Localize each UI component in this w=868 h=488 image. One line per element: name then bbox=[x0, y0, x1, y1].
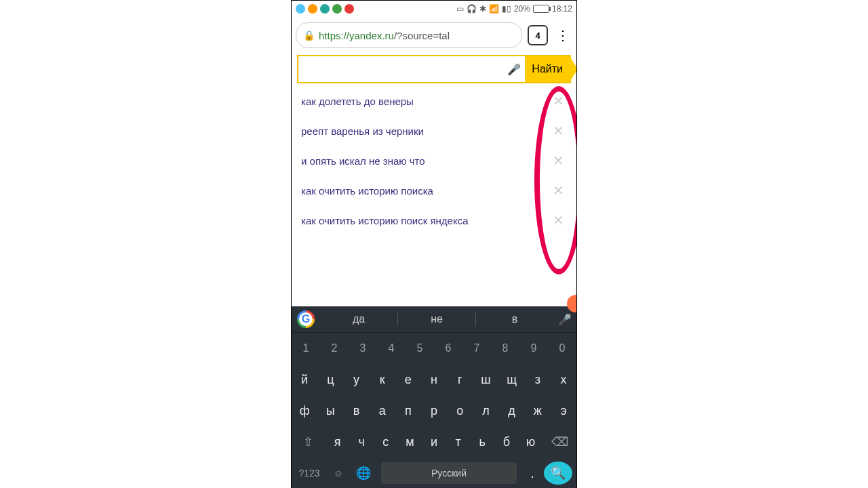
key-letter[interactable]: э bbox=[551, 395, 576, 426]
key-letter[interactable]: н bbox=[421, 364, 447, 395]
key-3[interactable]: 3 bbox=[349, 333, 377, 364]
notif-icon-1 bbox=[296, 4, 305, 14]
search-bar: 🎤 Найти bbox=[297, 55, 571, 83]
headphones-icon: 🎧 bbox=[467, 4, 477, 14]
notif-icon-4 bbox=[332, 4, 342, 14]
suggestion-text: реепт варенья из черники bbox=[301, 125, 424, 137]
key-letter[interactable]: а bbox=[370, 395, 395, 426]
kb-suggestion[interactable]: в bbox=[476, 313, 553, 325]
search-button-label: Найти bbox=[532, 63, 563, 75]
suggestion-item[interactable]: реепт варенья из черники ✕ bbox=[292, 116, 576, 146]
key-letter[interactable]: к bbox=[370, 364, 395, 395]
tab-switcher[interactable]: 4 bbox=[528, 25, 548, 45]
symbols-key[interactable]: ?123 bbox=[292, 468, 327, 479]
period-key[interactable]: . bbox=[521, 468, 544, 478]
remove-suggestion-icon[interactable]: ✕ bbox=[550, 93, 567, 109]
keyboard-row-bottom: ?123 ☺ 🌐 Русский . 🔍 bbox=[292, 458, 576, 488]
key-letter[interactable]: г bbox=[447, 364, 473, 395]
suggestion-item[interactable]: и опять искал не знаю что ✕ bbox=[292, 146, 576, 176]
suggestion-text: как очитить историю поиск яндекса bbox=[301, 215, 468, 226]
key-letter[interactable]: х bbox=[551, 364, 576, 395]
key-letter[interactable]: б bbox=[494, 426, 519, 458]
remove-suggestion-icon[interactable]: ✕ bbox=[550, 182, 567, 199]
key-letter[interactable]: м bbox=[398, 426, 422, 458]
key-letter[interactable]: ы bbox=[317, 395, 343, 426]
key-2[interactable]: 2 bbox=[320, 333, 349, 364]
key-letter[interactable]: п bbox=[395, 395, 421, 426]
key-7[interactable]: 7 bbox=[462, 333, 491, 364]
keyboard-row-numbers: 1 2 3 4 5 6 7 8 9 0 bbox=[292, 333, 576, 364]
remove-suggestion-icon[interactable]: ✕ bbox=[550, 123, 567, 139]
search-button[interactable]: Найти bbox=[525, 56, 570, 82]
key-letter[interactable]: ю bbox=[519, 426, 543, 458]
lock-icon: 🔒 bbox=[303, 30, 315, 41]
battery-pct: 20% bbox=[514, 4, 530, 14]
key-letter[interactable]: ж bbox=[525, 395, 551, 426]
key-letter[interactable]: о bbox=[447, 395, 473, 426]
keyboard-mic-icon[interactable]: 🎤 bbox=[553, 313, 576, 326]
keyboard-search-key[interactable]: 🔍 bbox=[544, 462, 572, 485]
wifi-icon: 📶 bbox=[489, 4, 499, 14]
key-letter[interactable]: ь bbox=[470, 426, 494, 458]
emoji-key[interactable]: ☺ bbox=[327, 468, 350, 479]
key-6[interactable]: 6 bbox=[434, 333, 462, 364]
keyboard-row-mid: ф ы в а п р о л д ж э bbox=[292, 395, 576, 426]
key-letter[interactable]: ч bbox=[349, 426, 374, 458]
phone-frame: ▭ 🎧 ✱ 📶 ▮▯ 20% 18:12 🔒 https://yandex.ru… bbox=[291, 0, 577, 488]
language-key[interactable]: 🌐 bbox=[350, 466, 377, 481]
key-0[interactable]: 0 bbox=[548, 333, 576, 364]
google-icon[interactable] bbox=[297, 310, 315, 328]
suggestion-text: и опять искал не знаю что bbox=[301, 155, 425, 167]
key-letter[interactable]: й bbox=[292, 364, 317, 395]
key-letter[interactable]: в bbox=[343, 395, 369, 426]
suggestion-text: как долететь до венеры bbox=[301, 96, 414, 107]
remove-suggestion-icon[interactable]: ✕ bbox=[550, 212, 567, 228]
keyboard-suggestion-bar: да не в 🎤 bbox=[292, 306, 576, 333]
suggestion-item[interactable]: как очитить историю поиск яндекса ✕ bbox=[292, 205, 576, 235]
kb-suggestion[interactable]: не bbox=[398, 313, 475, 325]
key-letter[interactable]: ш bbox=[473, 364, 498, 395]
notif-icon-3 bbox=[320, 4, 330, 14]
key-letter[interactable]: е bbox=[395, 364, 421, 395]
kb-suggestion[interactable]: да bbox=[320, 313, 397, 325]
key-letter[interactable]: и bbox=[422, 426, 446, 458]
overflow-menu-button[interactable]: ⋮ bbox=[553, 28, 572, 42]
key-4[interactable]: 4 bbox=[377, 333, 406, 364]
key-letter[interactable]: ф bbox=[292, 395, 317, 426]
address-bar[interactable]: 🔒 https://yandex.ru/?source=tal bbox=[296, 22, 522, 48]
key-8[interactable]: 8 bbox=[491, 333, 519, 364]
suggestion-text: как очитить историю поиска bbox=[301, 185, 433, 197]
key-letter[interactable]: р bbox=[421, 395, 447, 426]
key-letter[interactable]: д bbox=[499, 395, 525, 426]
key-letter[interactable]: л bbox=[473, 395, 498, 426]
spacebar[interactable]: Русский bbox=[381, 462, 517, 484]
key-letter[interactable]: з bbox=[525, 364, 551, 395]
status-notification-icons bbox=[296, 4, 354, 14]
key-5[interactable]: 5 bbox=[406, 333, 434, 364]
status-right: ▭ 🎧 ✱ 📶 ▮▯ 20% 18:12 bbox=[456, 4, 572, 14]
tab-count-label: 4 bbox=[535, 30, 540, 41]
suggestion-item[interactable]: как долететь до венеры ✕ bbox=[292, 86, 576, 116]
voice-search-icon[interactable]: 🎤 bbox=[503, 56, 525, 82]
key-1[interactable]: 1 bbox=[292, 333, 320, 364]
keyboard-row-bot: ⇧ я ч с м и т ь б ю ⌫ bbox=[292, 426, 576, 458]
key-9[interactable]: 9 bbox=[519, 333, 548, 364]
soft-keyboard: да не в 🎤 1 2 3 4 5 6 7 8 9 0 й ц у к е … bbox=[292, 306, 576, 488]
signal-icon: ▮▯ bbox=[502, 4, 511, 14]
shift-key[interactable]: ⇧ bbox=[292, 426, 326, 458]
key-letter[interactable]: с bbox=[374, 426, 398, 458]
key-letter[interactable]: т bbox=[446, 426, 471, 458]
search-area: 🎤 Найти bbox=[292, 54, 576, 83]
backspace-key[interactable]: ⌫ bbox=[542, 426, 576, 458]
notif-icon-5 bbox=[344, 4, 354, 14]
keyboard-row-top: й ц у к е н г ш щ з х bbox=[292, 364, 576, 395]
key-letter[interactable]: щ bbox=[499, 364, 525, 395]
search-input[interactable] bbox=[298, 56, 503, 82]
key-letter[interactable]: ц bbox=[317, 364, 343, 395]
key-letter[interactable]: у bbox=[343, 364, 369, 395]
key-letter[interactable]: я bbox=[326, 426, 350, 458]
suggestion-item[interactable]: как очитить историю поиска ✕ bbox=[292, 176, 576, 205]
remove-suggestion-icon[interactable]: ✕ bbox=[550, 152, 567, 169]
browser-toolbar: 🔒 https://yandex.ru/?source=tal 4 ⋮ bbox=[292, 17, 576, 54]
notif-icon-2 bbox=[308, 4, 317, 14]
